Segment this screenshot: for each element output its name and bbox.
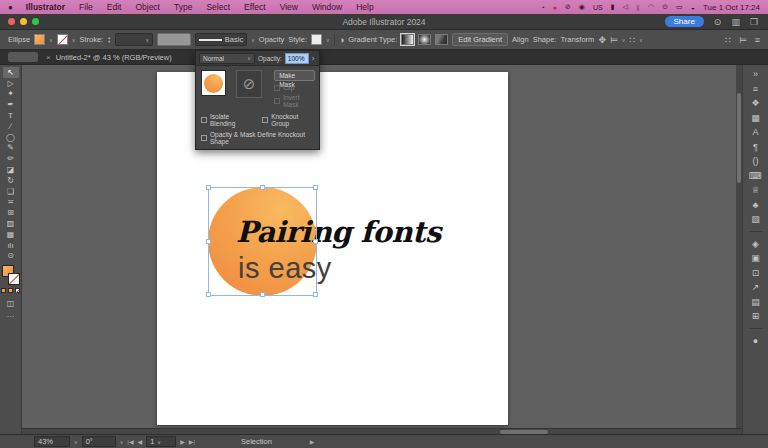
chevron-down-icon[interactable]: ∨ (146, 37, 150, 43)
isolate-blending-checkbox[interactable]: Isolate Blending (201, 113, 253, 127)
export-icon[interactable]: ↗ (752, 280, 760, 295)
checkbox-icon[interactable] (262, 117, 268, 123)
document-tab[interactable]: × Untitled-2* @ 43 % (RGB/Preview) (46, 53, 172, 62)
graphic-styles-icon[interactable]: ♕ (751, 183, 759, 198)
libraries-icon[interactable]: ❖ (751, 96, 759, 111)
wifi-icon[interactable]: ◠ (648, 3, 654, 11)
canvas[interactable]: Pairing fonts is easy (22, 65, 742, 428)
screen-time-icon[interactable]: ◔ (540, 4, 544, 11)
menu-item[interactable]: Window (305, 2, 349, 12)
selection-handle[interactable] (313, 292, 318, 297)
do-not-disturb-icon[interactable]: ⊘ (565, 3, 571, 11)
properties-icon[interactable]: ≡ (753, 82, 758, 97)
bluetooth-icon[interactable]: ᛒ (636, 4, 640, 11)
selection-handle[interactable] (206, 292, 211, 297)
menu-item[interactable]: Illustrator (19, 2, 72, 12)
chevron-down-icon[interactable]: ∨ (74, 439, 78, 445)
fill-stroke-indicator[interactable] (2, 265, 20, 285)
selection-handle[interactable] (260, 185, 265, 190)
brush-definition-field[interactable] (157, 33, 191, 46)
symbols-icon[interactable]: ♣ (753, 198, 759, 213)
screen-mode-icon[interactable]: ◫ (7, 298, 15, 309)
selection-handle[interactable] (313, 239, 318, 244)
line-tool[interactable]: ∕ (3, 121, 19, 132)
selection-handle[interactable] (206, 185, 211, 190)
menu-item[interactable]: Help (349, 2, 380, 12)
volume-icon[interactable]: ◁ (622, 3, 627, 11)
menu-item[interactable]: View (273, 2, 305, 12)
graphic-style-swatch[interactable] (311, 34, 322, 45)
stroke-color-swatch[interactable] (57, 34, 68, 45)
chevron-down-icon[interactable]: ∨ (326, 37, 330, 43)
selection-bounding-box[interactable] (208, 187, 317, 296)
zoom-level-dropdown[interactable]: 43% (34, 436, 70, 447)
object-thumbnail[interactable] (201, 70, 226, 96)
menu-item[interactable]: Type (167, 2, 199, 12)
layers-icon[interactable]: ◈ (752, 237, 759, 252)
paintbrush-tool[interactable]: ✎ (3, 143, 19, 154)
mask-thumbnail[interactable]: ⊘ (236, 70, 263, 98)
invert-mask-checkbox[interactable]: Invert Mask (274, 94, 315, 108)
chevron-down-icon[interactable]: ∨ (72, 37, 76, 43)
none-button[interactable] (15, 288, 20, 293)
scale-tool[interactable]: ❏ (3, 186, 19, 197)
color-button[interactable] (1, 288, 6, 293)
pencil-tool[interactable]: ✏ (3, 153, 19, 164)
checkbox-icon[interactable] (274, 98, 280, 104)
edit-gradient-button[interactable]: Edit Gradient (452, 33, 508, 46)
close-window-button[interactable] (8, 18, 15, 25)
glyphs-icon[interactable]: () (753, 154, 759, 169)
artboards-icon[interactable]: ▣ (751, 251, 760, 266)
first-artboard-button[interactable]: |◀ (127, 438, 133, 445)
menubar-clock[interactable]: Tue 1 Oct 17:24 (703, 3, 760, 12)
image-trace-icon[interactable]: ▦ (751, 111, 760, 126)
magic-wand-tool[interactable]: ✦ (3, 89, 19, 100)
scrollbar-thumb[interactable] (737, 93, 741, 183)
workspace-grid-icon[interactable]: ∷ (725, 35, 731, 45)
spotlight-icon[interactable]: ⊙ (662, 3, 668, 11)
stroke-style-field[interactable]: Basic (195, 33, 247, 46)
minimize-window-button[interactable] (20, 18, 27, 25)
chevron-down-icon[interactable]: ∨ (622, 37, 626, 43)
close-tab-icon[interactable]: × (46, 53, 51, 62)
chevron-down-icon[interactable]: ∨ (639, 37, 643, 43)
menu-item[interactable]: File (72, 2, 100, 12)
control-center-icon[interactable]: ◒ (691, 4, 695, 11)
type-tool[interactable]: T (3, 110, 19, 121)
chevron-down-icon[interactable]: ∨ (251, 37, 255, 43)
last-artboard-button[interactable]: ▶| (189, 438, 195, 445)
keyboard-shortcuts-icon[interactable]: ⌨ (749, 169, 762, 184)
selection-tool[interactable]: ↖ (3, 67, 19, 78)
blend-mode-dropdown[interactable]: Normal ∨ (199, 53, 255, 64)
battery-icon[interactable]: ▮ (611, 3, 615, 11)
selection-handle[interactable] (260, 292, 265, 297)
freeform-gradient-button[interactable] (435, 34, 448, 45)
arrange-documents-icon[interactable]: ❐ (750, 17, 758, 27)
apple-menu-icon[interactable]: ● (8, 3, 13, 12)
opacity-mask-define-checkbox[interactable]: Opacity & Mask Define Knockout Shape (201, 131, 315, 145)
shape-button[interactable]: Shape: (533, 35, 557, 44)
checkbox-icon[interactable] (201, 135, 207, 141)
direct-selection-tool[interactable]: ▷ (3, 78, 19, 89)
asset-export-icon[interactable]: ⊡ (752, 266, 760, 281)
artboard-number-dropdown[interactable]: 1 ∨ (146, 436, 176, 447)
chevron-down-icon[interactable]: ∨ (49, 37, 53, 43)
input-source-us-icon[interactable]: US (593, 4, 603, 11)
width-tool[interactable]: ≍ (3, 197, 19, 208)
stroke-weight-stepper[interactable]: ▲▼ (107, 36, 111, 44)
mesh-tool[interactable]: ▦ (3, 229, 19, 240)
selection-handle[interactable] (313, 185, 318, 190)
transform-button[interactable]: Transform (560, 35, 594, 44)
checkbox-icon[interactable] (274, 85, 280, 91)
workspace-switcher-icon[interactable]: ▥ (731, 17, 740, 27)
fill-color-swatch[interactable] (34, 34, 45, 45)
selection-handle[interactable] (206, 239, 211, 244)
pattern-icon[interactable]: ▤ (751, 295, 760, 310)
knockout-group-checkbox[interactable]: Knockout Group (262, 113, 315, 127)
linear-gradient-button[interactable] (401, 34, 414, 45)
zoom-tool[interactable]: ⊙ (3, 251, 19, 262)
opacity-input[interactable] (285, 53, 309, 64)
share-button[interactable]: Share (665, 16, 704, 27)
edit-toolbar-icon[interactable]: … (7, 309, 15, 320)
pen-tool[interactable]: ✒ (3, 99, 19, 110)
